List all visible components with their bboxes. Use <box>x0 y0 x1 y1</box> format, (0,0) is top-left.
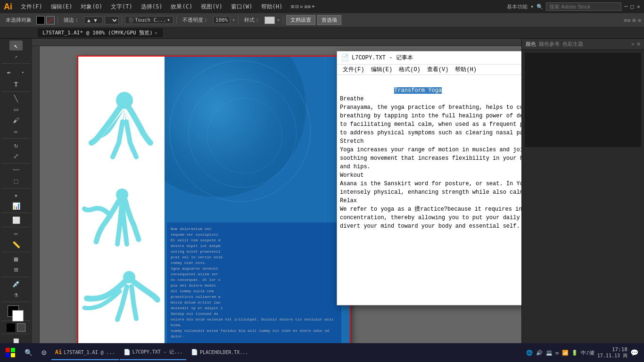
taskbar-placeholder-app[interactable]: 📄 PLACEHOLDER.TX... <box>187 345 252 360</box>
taskbar-cortana[interactable]: ⊙ <box>38 345 50 360</box>
tab-filename: L7START_1.AI* @ 100% (CMYK/GPU 预览) <box>42 29 153 36</box>
no-selection-label: 未选择对象 <box>3 16 34 25</box>
panel-body <box>522 50 644 152</box>
menu-help[interactable]: 帮助(H) <box>257 2 287 12</box>
svg-rect-7 <box>11 353 15 357</box>
taskbar-system-tray: 🌐 🔊 💻 ✉ 📶 🔋 中♪健 17:18 17.11.13 周 💬 <box>526 346 642 359</box>
stroke-swatch[interactable] <box>12 310 24 321</box>
right-panels: 颜色 颜色参考 色彩主题 » ≡ <box>521 39 644 348</box>
fill-color[interactable] <box>36 16 45 25</box>
canvas-content[interactable]: Num doloreetum ven sequam ver suscipisti… <box>40 46 521 348</box>
measure-tool[interactable]: 📏 <box>9 240 23 250</box>
menu-file[interactable]: 文件(F) <box>17 2 46 12</box>
canvas-area: Num doloreetum ven sequam ver suscipisti… <box>32 39 521 348</box>
svg-rect-4 <box>6 348 10 352</box>
slice-tool[interactable]: ✂ <box>9 229 23 239</box>
rotate-tool[interactable]: ↻ <box>9 140 23 150</box>
eyedropper-tool[interactable]: 💉 <box>9 279 23 289</box>
normal-mode[interactable] <box>7 323 15 332</box>
gradient-tool[interactable]: ▦ <box>9 254 23 264</box>
symbol-tool[interactable]: ✦ <box>9 190 23 200</box>
doc-settings-button[interactable]: 文档设置 <box>286 15 315 25</box>
toolbar: 未选择对象 描边： ⚫ Touch C... ▾ 不透明度： 100% ▾ 样式… <box>0 13 644 27</box>
notepad-menu-format[interactable]: 格式(O) <box>396 65 423 74</box>
pencil-tool[interactable]: ✏ <box>9 126 23 136</box>
vertical-ruler <box>32 46 40 348</box>
style-label: 样式： <box>241 16 263 25</box>
notepad-menu-view[interactable]: 查看(V) <box>424 65 452 74</box>
stroke-unit[interactable] <box>105 16 119 25</box>
yoga-silhouettes <box>77 56 165 348</box>
opacity-label: 不透明度： <box>180 16 211 25</box>
line-tool[interactable]: ╲ <box>9 94 23 104</box>
style-swatch[interactable] <box>264 16 275 24</box>
start-button[interactable] <box>2 345 19 360</box>
blend-tool[interactable]: ⚗ <box>9 290 23 300</box>
brush-tool[interactable]: 🖌 <box>9 115 23 125</box>
selection-tool[interactable]: ↖ <box>9 41 23 50</box>
artboard-tool[interactable]: ⬜ <box>9 215 23 225</box>
type-tool[interactable]: T <box>9 80 23 90</box>
color-theme-label: 色彩主题 <box>562 41 583 48</box>
menu-right: 基本功能 ▾ 🔍 ─ □ ✕ <box>507 2 640 11</box>
text-overlay-box: Num doloreetum ven sequam ver suscipisti… <box>167 222 341 343</box>
horizontal-ruler <box>32 39 521 46</box>
menu-view[interactable]: 视图(V) <box>197 2 226 12</box>
tray-icons[interactable]: 🌐 🔊 💻 ✉ 📶 🔋 <box>526 350 578 356</box>
artboard: Num doloreetum ven sequam ver suscipisti… <box>77 56 351 348</box>
menu-select[interactable]: 选择(S) <box>137 2 166 12</box>
taskbar-search[interactable]: 🔍 <box>20 345 37 360</box>
notepad-menu-edit[interactable]: 编辑(E) <box>368 65 396 74</box>
tab-bar: L7START_1.AI* @ 100% (CMYK/GPU 预览) ✕ <box>0 27 644 39</box>
free-transform[interactable]: ⬚ <box>9 176 23 186</box>
stroke-value[interactable] <box>84 16 103 24</box>
workspace-label[interactable]: 基本功能 <box>507 3 528 10</box>
panel-expand[interactable]: » <box>631 41 635 47</box>
color-guide-label: 颜色参考 <box>539 41 560 48</box>
taskbar: 🔍 ⊙ Ai L7START_1.AI @ ... 📄 L7COPY.TXT -… <box>0 343 644 362</box>
pen-tool[interactable]: ✒ <box>2 66 16 79</box>
graph-tool[interactable]: 📊 <box>9 201 23 211</box>
notepad-menu-help[interactable]: 帮助(H) <box>452 65 479 74</box>
stroke-color[interactable] <box>46 16 55 25</box>
taskbar-clock[interactable]: 17:18 17.11.13 周 <box>597 346 627 359</box>
touch-dropdown[interactable]: ⚫ Touch C... ▾ <box>125 16 173 24</box>
menu-window[interactable]: 窗口(W) <box>227 2 256 12</box>
mesh-tool[interactable]: ⊞ <box>9 265 23 275</box>
svg-rect-6 <box>6 353 10 357</box>
menu-effect[interactable]: 效果(C) <box>167 2 196 12</box>
taskbar-notepad-app[interactable]: 📄 L7COPY.TXT - 记... <box>120 345 186 360</box>
direct-select-tool[interactable]: ↗ <box>9 51 23 61</box>
menu-edit[interactable]: 编辑(E) <box>47 2 76 12</box>
notepad-title: L7COPY.TXT - 记事本 <box>352 54 521 62</box>
active-tab[interactable]: L7START_1.AI* @ 100% (CMYK/GPU 预览) ✕ <box>38 28 163 37</box>
ime-indicator[interactable]: 中♪健 <box>581 349 594 356</box>
taskbar-ai-app[interactable]: Ai L7START_1.AI @ ... <box>51 345 119 360</box>
panel-menu[interactable]: ≡ <box>637 41 640 47</box>
notepad-selected-text: Transform Yoga <box>394 87 442 94</box>
clock-date: 17.11.13 周 <box>597 353 627 359</box>
menu-text[interactable]: 文字(T) <box>107 2 136 12</box>
pen-sub[interactable]: ▸ <box>17 66 30 79</box>
tab-close-button[interactable]: ✕ <box>155 30 157 35</box>
notepad-content[interactable]: Transform Yoga Breathe Pranayama, the yo… <box>337 75 521 305</box>
tools-panel: ↖ ↗ ✒ ▸ T ╲ ▭ 🖌 ✏ ↻ ⤢ 〰 ⬚ ✦ 📊 ⬜ ✂ <box>0 39 32 348</box>
color-spectrum[interactable] <box>525 53 641 147</box>
shape-tool[interactable]: ▭ <box>9 105 23 115</box>
scale-tool[interactable]: ⤢ <box>9 151 23 161</box>
notepad-menu-file[interactable]: 文件(F) <box>340 65 367 74</box>
main-area: ↖ ↗ ✒ ▸ T ╲ ▭ 🖌 ✏ ↻ ⤢ 〰 ⬚ ✦ 📊 ⬜ ✂ <box>0 39 644 348</box>
ai-logo: Ai <box>4 2 12 12</box>
screen-mode[interactable] <box>17 323 25 332</box>
menu-object[interactable]: 对象(O) <box>77 2 106 12</box>
menubar: Ai 文件(F) 编辑(E) 对象(O) 文字(T) 选择(S) 效果(C) 视… <box>0 0 644 13</box>
notepad-window: 📄 L7COPY.TXT - 记事本 ─ □ ✕ 文件(F) 编辑(E) 格式 <box>337 51 521 305</box>
panel-header-color: 颜色 颜色参考 色彩主题 » ≡ <box>522 39 644 50</box>
clock-time: 17:18 <box>597 346 627 353</box>
color-panel-label: 颜色 <box>526 41 536 48</box>
opacity-value[interactable]: 100% <box>213 16 231 24</box>
notifications[interactable]: 💬 <box>630 349 638 356</box>
warp-tool[interactable]: 〰 <box>9 165 23 175</box>
stock-search[interactable] <box>546 2 621 11</box>
preferences-button[interactable]: 首选项 <box>317 15 341 25</box>
